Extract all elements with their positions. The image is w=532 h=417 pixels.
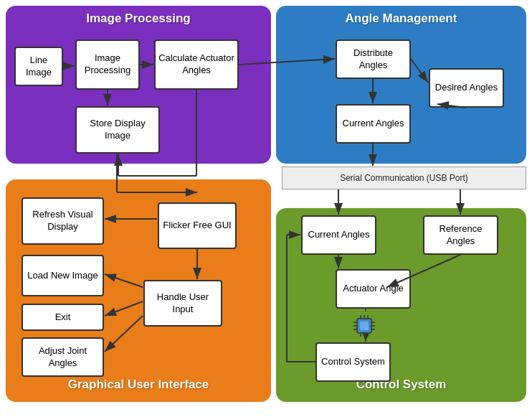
box-flicker-free: Flicker Free GUI (158, 202, 237, 249)
box-calculate-actuator: Calculate Actuator Angles (154, 39, 239, 90)
box-current-angles-bottom: Current Angles (301, 215, 376, 255)
image-processing-title: Image Processing (11, 11, 265, 26)
control-title: Control System (276, 378, 526, 392)
chip-icon (351, 313, 377, 339)
svg-rect-1 (360, 322, 369, 330)
serial-comm-bar: Serial Communication (USB Port) (282, 167, 526, 189)
box-handle-user: Handle User Input (143, 280, 222, 327)
box-load-new-image: Load New Image (22, 255, 104, 296)
box-reference-angles: Reference Angles (423, 215, 498, 255)
box-adjust-joint: Adjust Joint Angles (22, 337, 104, 377)
angle-management-title: Angle Management (282, 11, 521, 26)
box-line-image: Line Image (14, 47, 63, 86)
box-distribute-angles: Distribute Angles (336, 39, 411, 79)
box-image-processing: Image Processing (75, 39, 140, 90)
box-current-angles-top: Current Angles (336, 104, 411, 144)
box-store-display: Store Display Image (75, 106, 160, 154)
box-refresh-visual: Refresh Visual Display (22, 197, 104, 245)
box-desired-angles: Desired Angles (429, 68, 504, 108)
box-control-system: Control System (315, 342, 391, 382)
gui-title: Graphical User Interface (6, 378, 271, 392)
diagram: Image Processing Angle Management Graphi… (0, 0, 532, 417)
box-exit: Exit (22, 304, 104, 331)
box-actuator-angle: Actuator Angle (336, 269, 411, 309)
